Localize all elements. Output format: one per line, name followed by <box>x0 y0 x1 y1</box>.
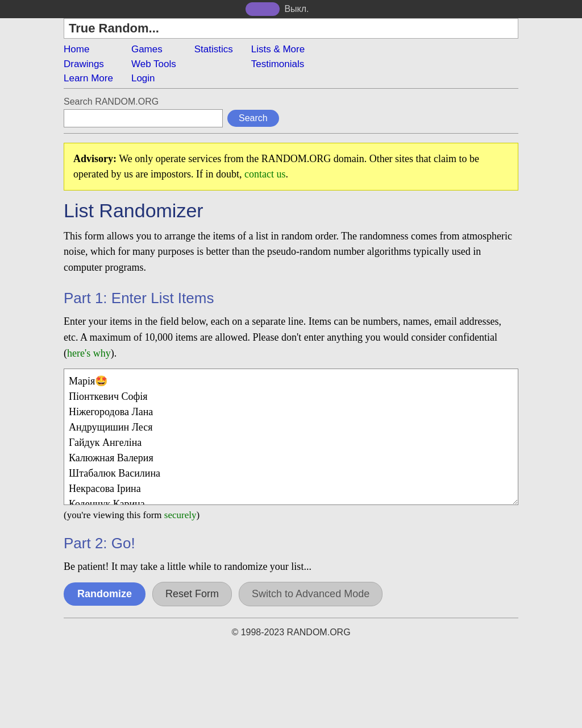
footer: © 1998-2023 RANDOM.ORG <box>64 618 518 644</box>
nav-listsmore[interactable]: Lists & More <box>251 42 305 57</box>
part1-desc-text: Enter your items in the field below, eac… <box>64 316 501 359</box>
footer-text: © 1998-2023 RANDOM.ORG <box>231 627 350 637</box>
part2-title: Part 2: Go! <box>64 535 518 552</box>
part2-desc: Be patient! It may take a little while t… <box>64 559 518 575</box>
part1-suffix: ). <box>111 348 117 359</box>
nav-col-4: Lists & More Testimonials <box>251 42 305 86</box>
nav-area: Home Drawings Learn More Games Web Tools… <box>64 39 518 89</box>
nav-col-3: Statistics <box>194 42 233 86</box>
securely-link[interactable]: securely <box>164 510 197 520</box>
advisory-box: Advisory: We only operate services from … <box>64 143 518 191</box>
nav-col-1: Home Drawings Learn More <box>64 42 113 86</box>
nav-webtools[interactable]: Web Tools <box>131 57 176 72</box>
search-label: Search RANDOM.ORG <box>64 97 518 107</box>
status-pill <box>246 2 280 16</box>
advisory-suffix: . <box>285 168 288 180</box>
search-row: Search <box>64 109 518 127</box>
heres-why-link[interactable]: here's why <box>67 348 111 359</box>
secure-suffix: ) <box>196 510 199 520</box>
advanced-mode-button[interactable]: Switch to Advanced Mode <box>239 582 383 606</box>
secure-prefix: (you're viewing this form <box>64 510 164 520</box>
search-button[interactable]: Search <box>227 110 279 127</box>
nav-home[interactable]: Home <box>64 42 113 57</box>
advisory-contact-link[interactable]: contact us <box>244 168 285 180</box>
nav-col-2: Games Web Tools Login <box>131 42 176 86</box>
reset-button[interactable]: Reset Form <box>152 582 232 606</box>
nav-learnmore[interactable]: Learn More <box>64 71 113 86</box>
nav-row: Home Drawings Learn More Games Web Tools… <box>64 42 518 86</box>
randomize-button[interactable]: Randomize <box>64 582 146 606</box>
page-intro: This form allows you to arrange the item… <box>64 229 518 276</box>
status-text: Выкл. <box>284 4 309 14</box>
advisory-bold: Advisory: <box>73 153 117 164</box>
nav-statistics[interactable]: Statistics <box>194 42 233 57</box>
nav-login[interactable]: Login <box>131 71 176 86</box>
top-bar: Выкл. <box>0 0 582 18</box>
secure-note: (you're viewing this form securely) <box>64 510 518 521</box>
site-title-area: True Random... <box>64 18 518 39</box>
page-title: List Randomizer <box>64 200 518 222</box>
buttons-row: Randomize Reset Form Switch to Advanced … <box>64 582 518 606</box>
nav-drawings[interactable]: Drawings <box>64 57 113 72</box>
part1-desc: Enter your items in the field below, eac… <box>64 314 518 362</box>
search-input[interactable] <box>64 109 223 127</box>
nav-testimonials[interactable]: Testimonials <box>251 57 305 72</box>
list-textarea[interactable]: Марія🤩 Піонткевич Софія Ніжегородова Лан… <box>64 369 518 505</box>
nav-games[interactable]: Games <box>131 42 176 57</box>
search-section: Search RANDOM.ORG Search <box>64 89 518 134</box>
part1-title: Part 1: Enter List Items <box>64 289 518 307</box>
